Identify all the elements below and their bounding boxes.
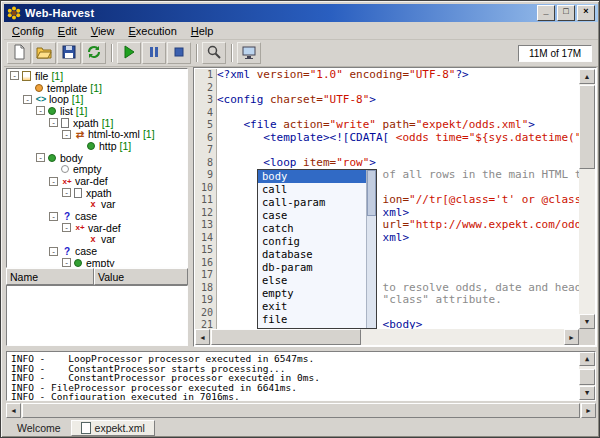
line-number: 10 [195,182,213,195]
menu-help[interactable]: Help [184,23,221,39]
runtime-config-button[interactable] [237,42,261,64]
autocomplete-item-file[interactable]: file [258,313,367,326]
tree-node-var-def[interactable]: -x+var-def [7,222,187,234]
pause-button[interactable] [142,42,166,64]
tree-node-label: var [101,198,116,210]
tree-expander-icon[interactable]: - [62,188,71,197]
tree-expander-icon[interactable]: - [23,95,32,104]
tree-node-template[interactable]: template[1] [7,82,187,94]
tree-node-list[interactable]: -list[1] [7,105,187,117]
new-file-icon [11,44,27,63]
titlebar[interactable]: Web-Harvest _ □ × [4,4,598,22]
menu-config[interactable]: Config [5,23,51,39]
autocomplete-item-catch[interactable]: catch [258,222,367,235]
autocomplete-item-db-param[interactable]: db-param [258,261,367,274]
code-segment: path= [376,118,416,131]
tree-node-case[interactable]: -?case [7,245,187,257]
tree-node-case[interactable]: -?case [7,210,187,222]
scroll-right-icon[interactable]: ► [585,407,592,414]
tree-node-var[interactable]: xvar [7,199,187,211]
editor-vscroll-thumb[interactable] [579,85,595,169]
tree-expander-icon[interactable]: - [62,258,71,267]
tree-node-http[interactable]: http[1] [7,140,187,152]
tree-node-var[interactable]: xvar [7,234,187,246]
view-log-button[interactable] [202,42,226,64]
tree-node-html-to-xml[interactable]: -⇄html-to-xml[1] [7,128,187,140]
refresh-config-button[interactable] [82,42,106,64]
code-segment: action= [283,118,329,131]
tree-node-empty[interactable]: empty [7,164,187,176]
line-number: 9 [195,169,213,182]
menu-view[interactable]: View [84,23,122,39]
tree-node-xpath[interactable]: -xpath [7,187,187,199]
tree-expander-icon[interactable]: - [62,130,71,139]
autocomplete-item-empty[interactable]: empty [258,287,367,300]
autocomplete-item-body[interactable]: body [258,170,367,183]
tree-expander-icon[interactable]: - [49,118,58,127]
tree-expander-icon[interactable]: - [10,71,19,80]
tree-expander-icon[interactable]: - [36,153,45,162]
autocomplete-scroll-thumb[interactable] [367,170,376,216]
scroll-up-icon[interactable]: ▲ [584,73,591,80]
autocomplete-item-exit[interactable]: exit [258,300,367,313]
code-indent [217,156,263,169]
autocomplete-item-call-param[interactable]: call-param [258,196,367,209]
minimize-button[interactable]: _ [537,5,555,21]
document-icon [81,422,91,434]
save-config-button[interactable] [57,42,81,64]
menubar: ConfigEditViewExecutionHelp [4,22,598,40]
tree-node-empty[interactable]: -empty [7,257,187,268]
editor-horizontal-scrollbar[interactable]: ◄ ► [195,329,579,345]
tree-node-var-def[interactable]: -x+var-def [7,175,187,187]
line-number: 18 [195,282,213,295]
open-config-button[interactable] [32,42,56,64]
scroll-left-icon[interactable]: ◄ [10,407,17,414]
autocomplete-scrollbar[interactable] [366,170,376,328]
close-button[interactable]: × [577,5,595,21]
tree-expander-icon[interactable]: - [36,106,45,115]
tree-node-count: [1] [120,140,132,152]
autocomplete-item-else[interactable]: else [258,274,367,287]
scroll-up-icon[interactable]: ▲ [585,355,589,363]
code-indent [217,131,263,144]
column-header-value[interactable]: Value [94,268,188,285]
tree-node-xpath[interactable]: -xpath[1] [7,117,187,129]
tab-welcome[interactable]: Welcome [8,420,70,436]
menu-edit[interactable]: Edit [51,23,84,39]
stop-button[interactable] [167,42,191,64]
properties-panel [6,285,188,346]
maximize-button[interactable]: □ [557,5,575,21]
scroll-down-icon[interactable]: ▼ [584,318,591,325]
tree-node-file[interactable]: -file[1] [7,70,187,82]
tree-expander-icon[interactable]: - [62,223,71,232]
tree-node-label: case [75,245,97,257]
menu-execution[interactable]: Execution [121,23,183,39]
run-button[interactable] [117,42,141,64]
scroll-right-icon[interactable]: ► [568,334,575,341]
element-dot-icon [87,142,95,150]
code-segment: encoding= [343,69,409,81]
tab-expekt-xml[interactable]: expekt.xml [71,420,155,436]
autocomplete-item-case[interactable]: case [258,209,367,222]
autocomplete-item-database[interactable]: database [258,248,367,261]
bottom-hscroll-thumb[interactable] [22,403,580,418]
code-editor[interactable]: bodycallcall-paramcasecatchconfigdatabas… [217,69,579,329]
tree-node-body[interactable]: -body [7,152,187,164]
tree-expander-icon[interactable]: - [49,212,58,221]
scroll-left-icon[interactable]: ◄ [199,334,206,341]
autocomplete-item-call[interactable]: call [258,183,367,196]
log-vscroll-thumb[interactable] [579,369,595,385]
tree-node-loop[interactable]: -<>loop[1] [7,93,187,105]
autocomplete-item-config[interactable]: config [258,235,367,248]
editor-vertical-scrollbar[interactable]: ▲ ▼ [579,69,595,329]
new-config-button[interactable] [7,42,31,64]
tree-expander-icon[interactable]: - [49,247,58,256]
log-vertical-scrollbar[interactable]: ▲ ▼ [579,352,595,400]
bottom-horizontal-scrollbar[interactable]: ◄ ► [6,403,596,418]
scroll-down-icon[interactable]: ▼ [585,389,589,397]
tree-expander-icon[interactable]: - [49,177,58,186]
editor-hscroll-thumb[interactable] [211,329,361,345]
window-title: Web-Harvest [25,7,535,19]
magnifier-icon [206,44,222,63]
column-header-name[interactable]: Name [6,268,94,285]
